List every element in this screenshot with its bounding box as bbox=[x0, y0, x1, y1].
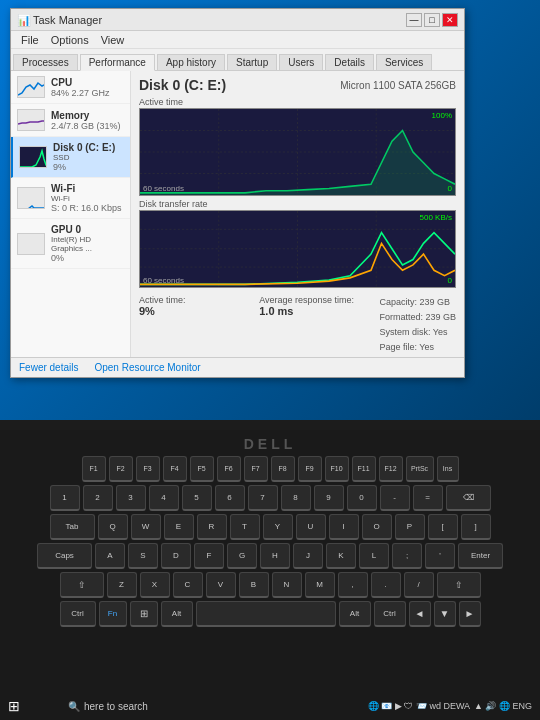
sidebar-item-wifi[interactable]: Wi-Fi Wi-Fi S: 0 R: 16.0 Kbps bbox=[11, 178, 130, 219]
key-f2[interactable]: F2 bbox=[109, 456, 133, 482]
key-v[interactable]: V bbox=[206, 572, 236, 598]
key-rbracket[interactable]: ] bbox=[461, 514, 491, 540]
key-f4[interactable]: F4 bbox=[163, 456, 187, 482]
key-x[interactable]: X bbox=[140, 572, 170, 598]
key-0[interactable]: 0 bbox=[347, 485, 377, 511]
key-tab[interactable]: Tab bbox=[50, 514, 95, 540]
key-f5[interactable]: F5 bbox=[190, 456, 214, 482]
key-space[interactable] bbox=[196, 601, 336, 627]
key-z[interactable]: Z bbox=[107, 572, 137, 598]
key-g[interactable]: G bbox=[227, 543, 257, 569]
key-6[interactable]: 6 bbox=[215, 485, 245, 511]
key-win[interactable]: ⊞ bbox=[130, 601, 158, 627]
close-button[interactable]: ✕ bbox=[442, 13, 458, 27]
key-k[interactable]: K bbox=[326, 543, 356, 569]
key-f[interactable]: F bbox=[194, 543, 224, 569]
key-period[interactable]: . bbox=[371, 572, 401, 598]
key-semicolon[interactable]: ; bbox=[392, 543, 422, 569]
maximize-button[interactable]: □ bbox=[424, 13, 440, 27]
key-f12[interactable]: F12 bbox=[379, 456, 403, 482]
key-f6[interactable]: F6 bbox=[217, 456, 241, 482]
menu-options[interactable]: Options bbox=[45, 34, 95, 46]
key-d[interactable]: D bbox=[161, 543, 191, 569]
tab-services[interactable]: Services bbox=[376, 54, 432, 70]
key-h[interactable]: H bbox=[260, 543, 290, 569]
sidebar-item-memory[interactable]: Memory 2.4/7.8 GB (31%) bbox=[11, 104, 130, 137]
key-equals[interactable]: = bbox=[413, 485, 443, 511]
key-ins[interactable]: Ins bbox=[437, 456, 459, 482]
menu-view[interactable]: View bbox=[95, 34, 131, 46]
minimize-button[interactable]: — bbox=[406, 13, 422, 27]
key-lctrl[interactable]: Ctrl bbox=[60, 601, 96, 627]
key-9[interactable]: 9 bbox=[314, 485, 344, 511]
key-n[interactable]: N bbox=[272, 572, 302, 598]
key-quote[interactable]: ' bbox=[425, 543, 455, 569]
fewer-details-link[interactable]: Fewer details bbox=[19, 362, 78, 373]
key-slash[interactable]: / bbox=[404, 572, 434, 598]
key-down[interactable]: ▼ bbox=[434, 601, 456, 627]
key-l[interactable]: L bbox=[359, 543, 389, 569]
key-right[interactable]: ► bbox=[459, 601, 481, 627]
key-f3[interactable]: F3 bbox=[136, 456, 160, 482]
key-i[interactable]: I bbox=[329, 514, 359, 540]
key-lbracket[interactable]: [ bbox=[428, 514, 458, 540]
key-backspace[interactable]: ⌫ bbox=[446, 485, 491, 511]
key-u[interactable]: U bbox=[296, 514, 326, 540]
key-comma[interactable]: , bbox=[338, 572, 368, 598]
key-q[interactable]: Q bbox=[98, 514, 128, 540]
formatted-value: 239 GB bbox=[425, 312, 456, 322]
key-7[interactable]: 7 bbox=[248, 485, 278, 511]
key-j[interactable]: J bbox=[293, 543, 323, 569]
key-e[interactable]: E bbox=[164, 514, 194, 540]
key-y[interactable]: Y bbox=[263, 514, 293, 540]
key-enter[interactable]: Enter bbox=[458, 543, 503, 569]
key-f10[interactable]: F10 bbox=[325, 456, 349, 482]
key-a[interactable]: A bbox=[95, 543, 125, 569]
key-prtsc[interactable]: PrtSc bbox=[406, 456, 434, 482]
key-f7[interactable]: F7 bbox=[244, 456, 268, 482]
tab-details[interactable]: Details bbox=[325, 54, 374, 70]
key-w[interactable]: W bbox=[131, 514, 161, 540]
key-r[interactable]: R bbox=[197, 514, 227, 540]
key-m[interactable]: M bbox=[305, 572, 335, 598]
key-left[interactable]: ◄ bbox=[409, 601, 431, 627]
tab-users[interactable]: Users bbox=[279, 54, 323, 70]
key-b[interactable]: B bbox=[239, 572, 269, 598]
key-f11[interactable]: F11 bbox=[352, 456, 376, 482]
key-p[interactable]: P bbox=[395, 514, 425, 540]
disk-sub: 9% bbox=[53, 162, 124, 172]
key-fn[interactable]: Fn bbox=[99, 601, 127, 627]
tab-apphistory[interactable]: App history bbox=[157, 54, 225, 70]
taskbar-search-area[interactable]: 🔍 here to search bbox=[68, 701, 148, 712]
key-4[interactable]: 4 bbox=[149, 485, 179, 511]
key-s[interactable]: S bbox=[128, 543, 158, 569]
key-2[interactable]: 2 bbox=[83, 485, 113, 511]
key-5[interactable]: 5 bbox=[182, 485, 212, 511]
key-caps[interactable]: Caps bbox=[37, 543, 92, 569]
key-c[interactable]: C bbox=[173, 572, 203, 598]
tab-performance[interactable]: Performance bbox=[80, 54, 155, 71]
menu-file[interactable]: File bbox=[15, 34, 45, 46]
tab-processes[interactable]: Processes bbox=[13, 54, 78, 70]
gpu-label: GPU 0 bbox=[51, 224, 124, 235]
key-1[interactable]: 1 bbox=[50, 485, 80, 511]
sidebar-item-gpu[interactable]: GPU 0 Intel(R) HD Graphics ... 0% bbox=[11, 219, 130, 269]
tab-startup[interactable]: Startup bbox=[227, 54, 277, 70]
key-3[interactable]: 3 bbox=[116, 485, 146, 511]
key-lalt[interactable]: Alt bbox=[161, 601, 193, 627]
key-f1[interactable]: F1 bbox=[82, 456, 106, 482]
key-f8[interactable]: F8 bbox=[271, 456, 295, 482]
key-rshift[interactable]: ⇧ bbox=[437, 572, 481, 598]
key-f9[interactable]: F9 bbox=[298, 456, 322, 482]
key-lshift[interactable]: ⇧ bbox=[60, 572, 104, 598]
key-ralt[interactable]: Alt bbox=[339, 601, 371, 627]
key-8[interactable]: 8 bbox=[281, 485, 311, 511]
key-t[interactable]: T bbox=[230, 514, 260, 540]
open-monitor-link[interactable]: Open Resource Monitor bbox=[94, 362, 200, 373]
key-rctrl[interactable]: Ctrl bbox=[374, 601, 406, 627]
key-o[interactable]: O bbox=[362, 514, 392, 540]
sidebar-item-disk[interactable]: Disk 0 (C: E:) SSD 9% bbox=[11, 137, 130, 178]
sidebar-item-cpu[interactable]: CPU 84% 2.27 GHz bbox=[11, 71, 130, 104]
key-minus[interactable]: - bbox=[380, 485, 410, 511]
start-button[interactable]: ⊞ bbox=[0, 694, 28, 718]
